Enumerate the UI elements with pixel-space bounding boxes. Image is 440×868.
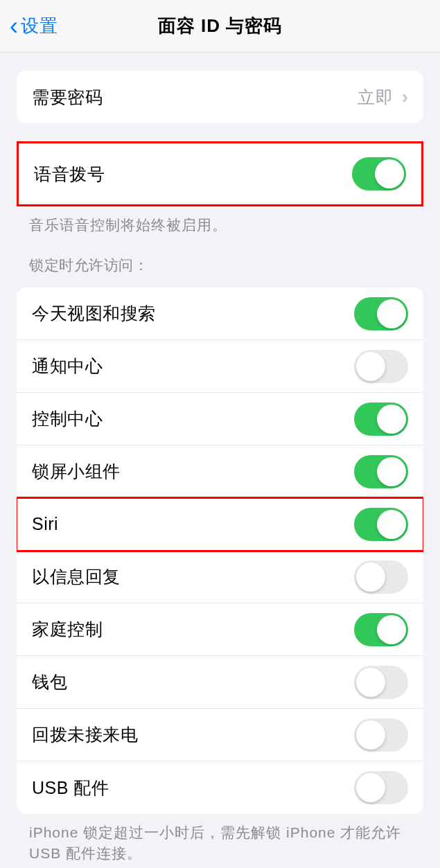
back-button[interactable]: ‹ 设置 <box>0 14 58 39</box>
lock-access-label: 今天视图和搜索 <box>32 302 156 325</box>
page-title: 面容 ID 与密码 <box>158 14 282 38</box>
content: 需要密码 立即 › 语音拨号 音乐语音控制将始终被启用。 锁定时允许访问： 今天… <box>0 71 440 863</box>
lock-access-row: 以信息回复 <box>17 551 423 603</box>
back-label: 设置 <box>21 14 58 38</box>
voice-dial-footer: 音乐语音控制将始终被启用。 <box>0 206 440 235</box>
lock-access-toggle[interactable] <box>354 718 408 752</box>
toggle-knob <box>377 615 406 644</box>
lock-access-toggle[interactable] <box>354 455 408 488</box>
lock-access-label: USB 配件 <box>32 777 109 799</box>
require-passcode-value: 立即 › <box>358 86 408 109</box>
lock-access-row: 回拨未接来电 <box>17 709 423 761</box>
passcode-group: 需要密码 立即 › <box>17 71 423 123</box>
toggle-knob <box>375 159 404 188</box>
lock-access-row: 家庭控制 <box>17 603 423 656</box>
lock-access-row: 锁屏小组件 <box>17 445 423 498</box>
toggle-knob <box>377 299 406 328</box>
lock-access-toggle[interactable] <box>354 350 408 383</box>
toggle-knob <box>356 720 385 750</box>
lock-access-label: 通知中心 <box>32 355 103 378</box>
nav-header: ‹ 设置 面容 ID 与密码 <box>0 0 440 53</box>
lock-access-header: 锁定时允许访问： <box>0 235 440 282</box>
require-passcode-label: 需要密码 <box>32 86 103 109</box>
chevron-left-icon: ‹ <box>10 14 18 39</box>
voice-dial-group: 语音拨号 <box>17 141 423 206</box>
lock-access-group: 今天视图和搜索通知中心控制中心锁屏小组件Siri以信息回复家庭控制钱包回拨未接来… <box>17 287 423 814</box>
lock-access-label: 家庭控制 <box>32 618 103 641</box>
lock-access-row: Siri <box>17 498 423 551</box>
toggle-knob <box>356 352 385 381</box>
lock-access-row: 钱包 <box>17 656 423 709</box>
lock-access-label: 控制中心 <box>32 407 103 430</box>
lock-access-label: 以信息回复 <box>32 565 121 588</box>
lock-access-row: 控制中心 <box>17 393 423 445</box>
lock-access-label: 钱包 <box>32 671 67 693</box>
lock-access-row: USB 配件 <box>17 761 423 814</box>
lock-access-row: 今天视图和搜索 <box>17 287 423 340</box>
voice-dial-label: 语音拨号 <box>34 163 105 186</box>
chevron-right-icon: › <box>402 86 408 108</box>
lock-access-label: 锁屏小组件 <box>32 460 121 483</box>
toggle-knob <box>377 510 406 539</box>
voice-dial-toggle[interactable] <box>352 157 406 191</box>
lock-access-footer: iPhone 锁定超过一小时后，需先解锁 iPhone 才能允许USB 配件连接… <box>0 814 440 863</box>
toggle-knob <box>377 405 406 434</box>
toggle-knob <box>377 457 406 486</box>
toggle-knob <box>356 668 385 697</box>
lock-access-row: 通知中心 <box>17 340 423 393</box>
lock-access-toggle[interactable] <box>354 297 408 330</box>
lock-access-toggle[interactable] <box>354 560 408 594</box>
lock-access-toggle[interactable] <box>354 613 408 646</box>
require-passcode-row[interactable]: 需要密码 立即 › <box>17 71 423 123</box>
lock-access-toggle[interactable] <box>354 771 408 804</box>
lock-access-label: Siri <box>32 514 58 534</box>
toggle-knob <box>356 563 385 592</box>
toggle-knob <box>356 773 385 802</box>
voice-dial-row: 语音拨号 <box>19 143 421 204</box>
lock-access-toggle[interactable] <box>354 666 408 699</box>
lock-access-label: 回拨未接来电 <box>32 723 138 746</box>
lock-access-toggle[interactable] <box>354 402 408 436</box>
lock-access-toggle[interactable] <box>354 508 408 541</box>
